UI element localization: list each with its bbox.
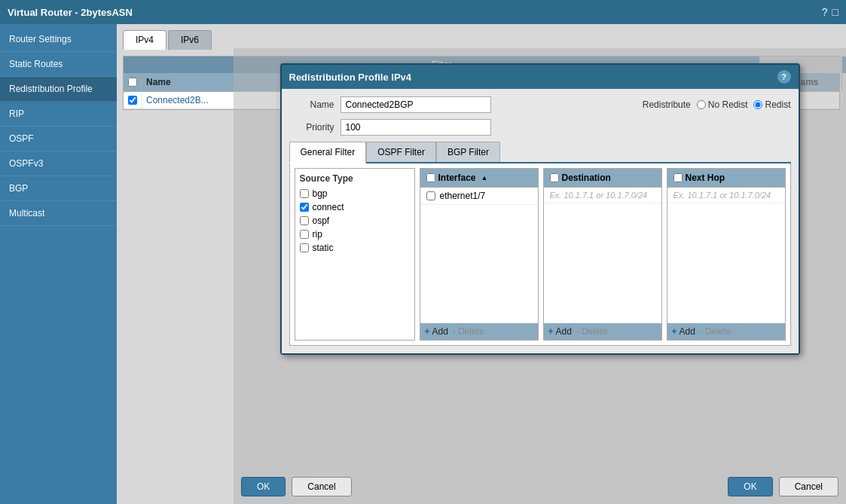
tab-ipv6[interactable]: IPv6 [168,30,212,50]
sidebar-item-redistribution-profile[interactable]: Redistribution Profile [0,77,117,102]
redist-option[interactable]: Redist [753,99,790,110]
destination-delete-button[interactable]: - Delete [576,326,608,337]
sidebar-item-static-routes[interactable]: Static Routes [0,52,117,77]
source-static: static [300,243,410,253]
ospf-checkbox[interactable] [300,216,309,225]
sidebar-item-ospfv3[interactable]: OSPFv3 [0,151,117,176]
interface-add-plus-icon: + [425,326,430,337]
nexthop-add-button[interactable]: + Add [672,326,695,337]
tab-bgp-filter[interactable]: BGP Filter [436,142,500,162]
source-bgp: bgp [300,188,410,199]
row-checkbox-cell [124,92,142,108]
ok-button[interactable]: OK [728,477,772,496]
interface-add-button[interactable]: + Add [425,326,448,337]
nexthop-table-footer: + Add - Delete [667,323,785,340]
source-type-title: Source Type [300,173,410,184]
interface-filter-table: Interface ▲ ethernet1/7 [420,168,539,341]
filter-content: Source Type bgp connect os [289,163,791,346]
app-title: Virtual Router - 2bytesASN [8,7,133,18]
redist-radio[interactable] [753,100,762,109]
sidebar-item-multicast[interactable]: Multicast [0,201,117,226]
interface-table-footer: + Add - Delete [420,323,538,340]
destination-add-button[interactable]: + Add [548,326,572,337]
priority-label: Priority [289,122,334,133]
title-bar: Virtual Router - 2bytesASN ? □ [0,0,846,24]
name-input[interactable] [341,96,491,113]
interface-select-all[interactable] [426,173,435,182]
bottom-buttons: OK Cancel [728,477,838,496]
close-titlebar-icon[interactable]: □ [832,6,838,18]
tab-ospf-filter[interactable]: OSPF Filter [366,142,436,162]
col-checkbox [124,73,142,91]
tabs-bar: IPv4 IPv6 [123,30,840,50]
name-label: Name [289,99,334,110]
interface-row-checkbox[interactable] [426,191,435,200]
dialog-title: Redistribution Profile IPv4 [289,72,412,83]
dialog-overlay: Redistribution Profile IPv4 ? Name Redis… [234,48,846,504]
no-redist-radio[interactable] [697,100,706,109]
redistribute-label: Redistribute [643,99,691,110]
rip-checkbox[interactable] [300,230,309,239]
dialog-bottom-buttons: OK Cancel [241,477,352,496]
tab-general-filter[interactable]: General Filter [289,142,367,163]
sidebar-item-router-settings[interactable]: Router Settings [0,27,117,52]
sidebar: Router Settings Static Routes Redistribu… [0,24,117,504]
interface-table-body: ethernet1/7 [420,188,538,323]
nexthop-delete-minus-icon: - [700,326,703,337]
content-area: IPv4 IPv6 Filter Action Name Priority [117,24,846,504]
nexthop-table-header: Next Hop [667,169,785,188]
nexthop-filter-table: Next Hop Ex. 10.1.7.1 or 10.1.7.0/24 + [667,168,786,341]
destination-table-footer: + Add - Delete [544,323,661,340]
interface-row[interactable]: ethernet1/7 [420,188,538,205]
nexthop-table-body: Ex. 10.1.7.1 or 10.1.7.0/24 [667,188,785,323]
destination-table-header: Destination [544,169,661,188]
source-connect: connect [300,202,410,212]
source-ospf: ospf [300,215,410,226]
dialog-help-icon[interactable]: ? [777,70,791,84]
cancel-button[interactable]: Cancel [779,477,838,496]
nexthop-placeholder: Ex. 10.1.7.1 or 10.1.7.0/24 [667,188,785,203]
destination-table-body: Ex. 10.1.7.1 or 10.1.7.0/24 [544,188,661,323]
bgp-checkbox[interactable] [300,189,309,198]
interface-table-header: Interface ▲ [420,169,538,188]
redistribution-dialog: Redistribution Profile IPv4 ? Name Redis… [280,63,800,355]
priority-input[interactable] [341,119,491,136]
destination-filter-table: Destination Ex. 10.1.7.1 or 10.1.7.0/24 … [543,168,662,341]
source-type-box: Source Type bgp connect os [295,168,415,341]
destination-add-plus-icon: + [548,326,554,337]
nexthop-add-plus-icon: + [672,326,677,337]
interface-delete-minus-icon: - [453,326,456,337]
dialog-ok-button[interactable]: OK [241,477,286,496]
nexthop-select-all[interactable] [673,173,683,182]
select-all-checkbox[interactable] [128,78,137,87]
destination-delete-minus-icon: - [576,326,579,337]
connect-checkbox[interactable] [300,203,309,212]
no-redist-option[interactable]: No Redist [697,99,748,110]
interface-delete-button[interactable]: - Delete [453,326,484,337]
static-checkbox[interactable] [300,243,309,252]
row-checkbox[interactable] [128,96,137,105]
source-rip: rip [300,229,410,240]
dialog-title-bar: Redistribution Profile IPv4 ? [282,65,799,89]
dialog-cancel-button[interactable]: Cancel [292,477,351,496]
tab-ipv4[interactable]: IPv4 [123,30,166,50]
destination-placeholder: Ex. 10.1.7.1 or 10.1.7.0/24 [544,188,661,203]
interface-sort-icon: ▲ [481,174,488,182]
sidebar-item-ospf[interactable]: OSPF [0,127,117,151]
nexthop-delete-button[interactable]: - Delete [700,326,731,337]
sidebar-item-bgp[interactable]: BGP [0,176,117,201]
help-titlebar-icon[interactable]: ? [822,6,828,18]
inner-tabs-bar: General Filter OSPF Filter BGP Filter [289,142,791,163]
dialog-body: Name Redistribute No Redist Redist [282,89,799,353]
destination-select-all[interactable] [550,173,559,182]
sidebar-item-rip[interactable]: RIP [0,102,117,127]
